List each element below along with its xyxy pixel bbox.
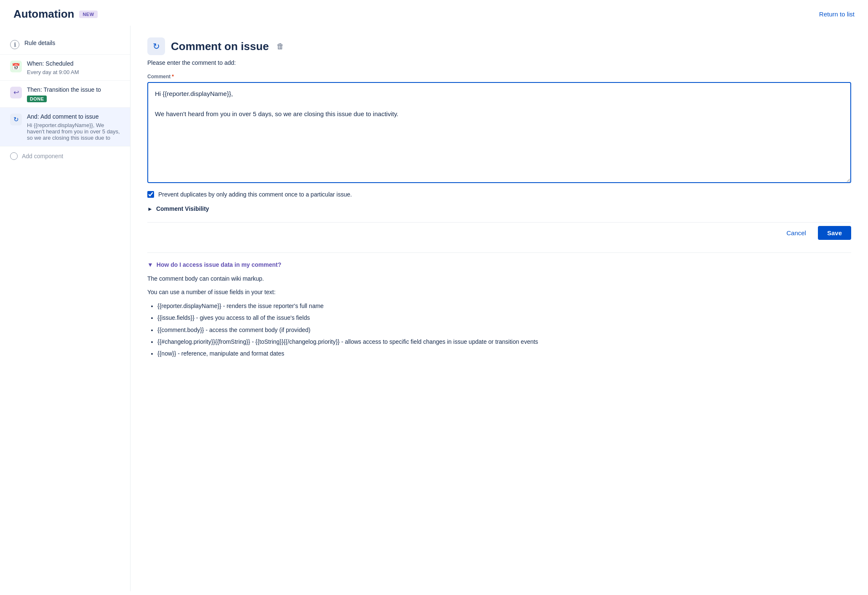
sidebar-comment-title: And: Add comment to issue bbox=[27, 113, 120, 121]
required-star: * bbox=[172, 74, 174, 80]
action-buttons: Cancel Save bbox=[147, 222, 851, 240]
help-list-item-0: {{reporter.displayName}} - renders the i… bbox=[157, 301, 851, 311]
comment-textarea[interactable]: Hi {{reporter.displayName}}, We haven't … bbox=[147, 82, 851, 183]
action-header: ↻ Comment on issue 🗑 bbox=[147, 37, 851, 55]
help-list-item-1: {{issue.fields}} - gives you access to a… bbox=[157, 313, 851, 322]
comment-refresh-icon: ↻ bbox=[10, 114, 22, 125]
delete-icon[interactable]: 🗑 bbox=[277, 42, 284, 51]
done-badge: DONE bbox=[27, 96, 47, 102]
comment-visibility-label: Comment Visibility bbox=[156, 205, 209, 212]
sidebar-item-comment[interactable]: ↻ And: Add comment to issue Hi {{reporte… bbox=[0, 108, 130, 146]
checkbox-row: Prevent duplicates by only adding this c… bbox=[147, 191, 851, 198]
app-title: Automation bbox=[13, 8, 74, 21]
help-list-item-2: {{comment.body}} - access the comment bo… bbox=[157, 325, 851, 335]
add-component-label: Add component bbox=[22, 153, 63, 159]
app-header: Automation NEW Return to list bbox=[0, 0, 868, 26]
sidebar-comment-subtitle: Hi {{reporter.displayName}}, We haven't … bbox=[27, 122, 120, 141]
sidebar-transition-title: Then: Transition the issue to bbox=[27, 86, 120, 94]
sidebar-rule-details-content: Rule details bbox=[24, 39, 120, 48]
sidebar-transition-content: Then: Transition the issue to DONE bbox=[27, 86, 120, 103]
help-body: The comment body can contain wiki markup… bbox=[147, 274, 851, 359]
help-list: {{reporter.displayName}} - renders the i… bbox=[147, 301, 851, 359]
chevron-down-icon: ▼ bbox=[147, 261, 153, 268]
sidebar-scheduled-content: When: Scheduled Every day at 9:00 AM bbox=[27, 60, 120, 75]
info-icon: ℹ bbox=[10, 40, 19, 49]
action-subtitle: Please enter the comment to add: bbox=[147, 59, 851, 66]
sidebar-scheduled-subtitle: Every day at 9:00 AM bbox=[27, 69, 120, 75]
help-intro2: You can use a number of issue fields in … bbox=[147, 287, 851, 297]
return-to-list-link[interactable]: Return to list bbox=[819, 11, 855, 18]
prevent-duplicates-checkbox[interactable] bbox=[147, 191, 154, 198]
new-badge: NEW bbox=[79, 11, 97, 18]
comment-visibility-toggle[interactable]: ► Comment Visibility bbox=[147, 205, 851, 212]
help-list-item-3: {{#changelog.priority}}{{fromString}} - … bbox=[157, 337, 851, 346]
prevent-duplicates-label: Prevent duplicates by only adding this c… bbox=[158, 191, 352, 198]
sidebar-comment-content: And: Add comment to issue Hi {{reporter.… bbox=[27, 113, 120, 141]
chevron-right-icon: ► bbox=[147, 206, 153, 212]
comment-field-label: Comment * bbox=[147, 74, 851, 80]
main-content: ↻ Comment on issue 🗑 Please enter the co… bbox=[130, 26, 868, 591]
calendar-icon: 📅 bbox=[10, 61, 22, 72]
sidebar-item-scheduled[interactable]: 📅 When: Scheduled Every day at 9:00 AM bbox=[0, 55, 130, 81]
save-button[interactable]: Save bbox=[818, 226, 851, 240]
action-icon: ↻ bbox=[147, 37, 165, 55]
add-component-circle-icon bbox=[10, 152, 18, 160]
help-toggle-label: How do I access issue data in my comment… bbox=[157, 261, 281, 268]
transition-icon: ↩ bbox=[10, 87, 22, 98]
help-intro1: The comment body can contain wiki markup… bbox=[147, 274, 851, 283]
sidebar: ℹ Rule details 📅 When: Scheduled Every d… bbox=[0, 26, 130, 591]
title-area: Automation NEW bbox=[13, 8, 98, 21]
sidebar-item-transition[interactable]: ↩ Then: Transition the issue to DONE bbox=[0, 81, 130, 108]
main-layout: ℹ Rule details 📅 When: Scheduled Every d… bbox=[0, 26, 868, 591]
sidebar-rule-details-title: Rule details bbox=[24, 39, 120, 48]
cancel-button[interactable]: Cancel bbox=[780, 226, 813, 240]
sidebar-scheduled-title: When: Scheduled bbox=[27, 60, 120, 68]
action-title: Comment on issue bbox=[171, 40, 269, 53]
add-component-row[interactable]: Add component bbox=[0, 146, 130, 166]
sidebar-item-rule-details[interactable]: ℹ Rule details bbox=[0, 34, 130, 55]
help-toggle[interactable]: ▼ How do I access issue data in my comme… bbox=[147, 261, 851, 268]
help-section: ▼ How do I access issue data in my comme… bbox=[147, 252, 851, 359]
help-list-item-4: {{now}} - reference, manipulate and form… bbox=[157, 349, 851, 358]
